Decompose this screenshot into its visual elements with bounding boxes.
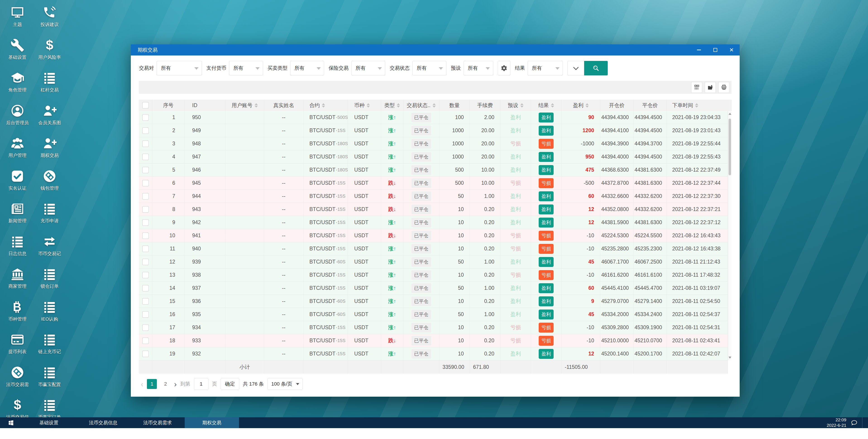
row-checkbox[interactable] (143, 167, 149, 173)
cell-check[interactable] (139, 124, 152, 137)
page-button-1[interactable]: 1 (147, 379, 157, 389)
column-header-contract[interactable]: 合约 (304, 99, 348, 111)
cell-check[interactable] (139, 242, 152, 255)
shortcut-会员关系图[interactable]: 会员关系图 (33, 101, 66, 134)
shortcut-币币交易记[interactable]: 币币交易记 (33, 232, 66, 265)
cell-check[interactable] (139, 111, 152, 124)
shortcut-充币申请[interactable]: 充币申请 (33, 200, 66, 232)
shortcut-链上充币记[interactable]: 链上充币记 (33, 330, 66, 363)
row-checkbox[interactable] (143, 259, 149, 265)
export-button[interactable] (705, 82, 716, 93)
maximize-button[interactable] (707, 45, 723, 56)
cell-check[interactable] (139, 203, 152, 216)
cell-check[interactable] (139, 321, 152, 334)
cell-check[interactable] (139, 229, 152, 242)
sort-icon[interactable] (367, 103, 370, 108)
cell-check[interactable] (139, 347, 152, 360)
shortcut-IEO认购[interactable]: IEO认购 (33, 298, 66, 330)
prev-page-icon[interactable]: ‹ (141, 380, 143, 388)
close-button[interactable]: ✕ (723, 45, 740, 56)
confirm-button[interactable]: 确定 (221, 378, 239, 390)
cell-check[interactable] (139, 295, 152, 308)
show-desktop-button[interactable] (862, 417, 864, 428)
filter-select-结果[interactable]: 所有 (528, 61, 563, 76)
column-header-type[interactable]: 类型 (381, 99, 403, 111)
window-titlebar[interactable]: 期权交易 ✕ (131, 45, 740, 56)
row-checkbox[interactable] (143, 206, 149, 213)
cell-check[interactable] (139, 177, 152, 189)
taskbar-item-法币交易信息[interactable]: 法币交易信息 (76, 417, 130, 428)
select-all-checkbox[interactable] (143, 102, 149, 109)
row-checkbox[interactable] (143, 193, 149, 200)
shortcut-投诉建议[interactable]: 投诉建议 (33, 3, 66, 36)
row-checkbox[interactable] (143, 127, 149, 134)
sort-icon[interactable] (433, 103, 436, 108)
row-checkbox[interactable] (143, 338, 149, 344)
sort-icon[interactable] (695, 103, 698, 108)
more-filters-button[interactable] (567, 61, 584, 76)
cell-check[interactable] (139, 150, 152, 163)
next-page-icon[interactable]: › (174, 380, 177, 388)
row-checkbox[interactable] (143, 246, 149, 252)
row-checkbox[interactable] (143, 220, 149, 226)
sort-icon[interactable] (551, 103, 554, 108)
taskbar-item-法币交易需求[interactable]: 法币交易需求 (130, 417, 185, 428)
print-button[interactable] (718, 82, 729, 93)
cell-check[interactable] (139, 164, 152, 176)
row-checkbox[interactable] (143, 141, 149, 147)
column-header-time[interactable]: 下单时间 (667, 99, 732, 111)
shortcut-新闻管理[interactable]: 新闻管理 (1, 200, 33, 232)
cell-check[interactable] (139, 268, 152, 282)
shortcut-提币列表[interactable]: 提币列表 (1, 330, 33, 363)
cell-check[interactable] (139, 308, 152, 321)
row-checkbox[interactable] (143, 154, 149, 160)
search-button[interactable] (584, 61, 608, 76)
filter-select-交易对[interactable]: 所有 (157, 61, 202, 76)
cell-check[interactable] (139, 190, 152, 203)
row-checkbox[interactable] (143, 180, 149, 186)
column-header-account[interactable]: 用户账号 (225, 99, 264, 111)
shortcut-币种管理[interactable]: B币种管理 (1, 298, 33, 330)
shortcut-日志信息[interactable]: 日志信息 (1, 232, 33, 265)
shortcut-后台管理员[interactable]: 后台管理员 (1, 101, 33, 134)
scroll-up-icon[interactable] (728, 113, 731, 115)
shortcut-币赢宝配置[interactable]: 币赢宝配置 (33, 363, 66, 396)
column-header-preset[interactable]: 预设 (500, 99, 531, 111)
shortcut-法币交易需[interactable]: 法币交易需 (1, 363, 33, 396)
filter-select-支付货币[interactable]: 所有 (229, 61, 263, 76)
sort-icon[interactable] (322, 103, 325, 108)
sort-icon[interactable] (520, 103, 524, 108)
taskbar-item-基础设置[interactable]: 基础设置 (22, 417, 76, 428)
shortcut-主题[interactable]: 主题 (1, 3, 33, 36)
row-checkbox[interactable] (143, 311, 149, 318)
shortcut-实名认证[interactable]: 实名认证 (1, 167, 33, 200)
cell-check[interactable] (139, 282, 152, 295)
start-button[interactable] (0, 417, 22, 428)
gear-button[interactable] (498, 61, 510, 76)
shortcut-锁仓订单[interactable]: 锁仓订单 (33, 265, 66, 298)
page-button-2[interactable]: 2 (160, 379, 170, 389)
shortcut-期权交易[interactable]: 期权交易 (33, 134, 66, 167)
filter-select-交易状态[interactable]: 所有 (412, 61, 446, 76)
shortcut-杠杆交易[interactable]: 杠杆交易 (33, 68, 66, 101)
row-checkbox[interactable] (143, 233, 149, 239)
minimize-button[interactable] (691, 45, 707, 56)
shortcut-用户风险率[interactable]: $用户风险率 (33, 36, 66, 69)
sort-icon[interactable] (586, 103, 589, 108)
scroll-down-icon[interactable] (728, 357, 731, 359)
shortcut-商家管理[interactable]: 商家管理 (1, 265, 33, 298)
row-checkbox[interactable] (143, 114, 149, 121)
row-checkbox[interactable] (143, 324, 149, 331)
row-checkbox[interactable] (143, 351, 149, 357)
sort-icon[interactable] (397, 103, 400, 108)
column-header-result[interactable]: 结果 (531, 99, 562, 111)
shortcut-角色管理[interactable]: 角色管理 (1, 68, 33, 101)
taskbar-clock[interactable]: 22:09 2022-6-21 (827, 417, 846, 428)
taskbar-item-期权交易[interactable]: 期权交易 (185, 417, 239, 428)
filter-select-预设[interactable]: 所有 (464, 61, 493, 76)
sort-icon[interactable] (255, 103, 258, 108)
column-header-profit[interactable]: 盈利 (562, 99, 600, 111)
column-header-currency[interactable]: 币种 (348, 99, 381, 111)
cell-check[interactable] (139, 334, 152, 347)
cell-check[interactable] (139, 137, 152, 150)
